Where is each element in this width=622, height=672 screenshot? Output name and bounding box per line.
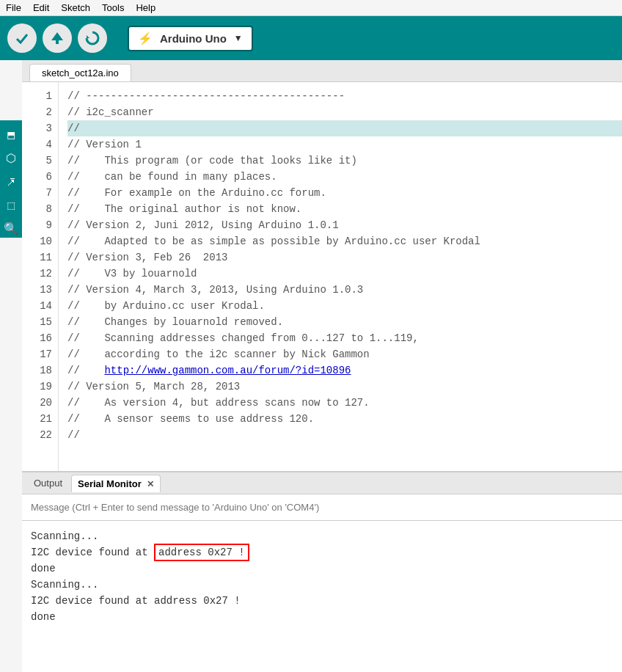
verify-button[interactable] bbox=[7, 23, 37, 53]
svg-rect-1 bbox=[56, 40, 59, 44]
code-line: // by Arduino.cc user Krodal. bbox=[67, 298, 622, 314]
menu-sketch[interactable]: Sketch bbox=[61, 2, 90, 13]
line-numbers: 12345678910111213141516171819202122 bbox=[22, 82, 59, 471]
code-line: // Version 5, March 28, 2013 bbox=[67, 379, 622, 395]
code-line: // according to the i2c scanner by Nick … bbox=[67, 346, 622, 362]
serial-line: Scanning... bbox=[31, 577, 613, 593]
code-line: // can be found in many places. bbox=[67, 169, 622, 185]
code-line: // i2c_scanner bbox=[67, 104, 622, 120]
code-line: // V3 by louarnold bbox=[67, 266, 622, 282]
code-line: // A sensor seems to use address 120. bbox=[67, 411, 622, 427]
code-line: // The original author is not know. bbox=[67, 201, 622, 217]
board-arrow-icon: ▼ bbox=[234, 33, 243, 43]
code-line: // Adapted to be as simple as possible b… bbox=[67, 233, 622, 249]
code-line: // For example on the Arduino.cc forum. bbox=[67, 185, 622, 201]
code-line: // Changes by louarnold removed. bbox=[67, 314, 622, 330]
bottom-panel: Output Serial Monitor ✕ Scanning...I2C d… bbox=[22, 471, 622, 672]
code-line: // Version 3, Feb 26 2013 bbox=[67, 249, 622, 266]
serial-close-button[interactable]: ✕ bbox=[147, 479, 154, 489]
serial-message-input[interactable] bbox=[22, 494, 622, 521]
serial-line: done bbox=[31, 609, 613, 625]
highlighted-address-1: address 0x27 ! bbox=[154, 544, 249, 561]
bottom-tabs: Output Serial Monitor ✕ bbox=[22, 472, 622, 494]
serial-line: done bbox=[31, 560, 613, 577]
code-line: // Scanning addresses changed from 0...1… bbox=[67, 330, 622, 346]
tab-bar: sketch_oct12a.ino bbox=[22, 60, 622, 82]
left-sidebar: ⬒ ⬡ ⭷ ⬚ 🔍 bbox=[0, 120, 22, 238]
board-name: Arduino Uno bbox=[160, 32, 227, 45]
sketch-button[interactable] bbox=[78, 23, 107, 53]
upload-button[interactable] bbox=[43, 23, 72, 53]
code-line: // bbox=[67, 427, 622, 443]
menu-edit[interactable]: Edit bbox=[33, 2, 49, 13]
sidebar-icon-3[interactable]: ⭷ bbox=[2, 173, 20, 191]
code-line: // -------------------------------------… bbox=[67, 88, 622, 104]
tab-serial-monitor[interactable]: Serial Monitor ✕ bbox=[71, 475, 161, 492]
code-line: // This program (or code that looks like… bbox=[67, 153, 622, 169]
usb-icon: ⚡ bbox=[138, 32, 153, 45]
serial-output: Scanning...I2C device found at address 0… bbox=[22, 521, 622, 672]
serial-line: I2C device found at address 0x27 ! bbox=[31, 544, 613, 560]
code-line: // http://www.gammon.com.au/forum/?id=10… bbox=[67, 362, 622, 379]
board-selector[interactable]: ⚡ Arduino Uno ▼ bbox=[128, 26, 253, 51]
file-tab[interactable]: sketch_oct12a.ino bbox=[29, 64, 131, 81]
toolbar: ⚡ Arduino Uno ▼ bbox=[0, 16, 622, 60]
code-content[interactable]: // -------------------------------------… bbox=[59, 82, 622, 471]
sidebar-icon-4[interactable]: ⬚ bbox=[2, 197, 20, 214]
menu-file[interactable]: File bbox=[6, 2, 21, 13]
tab-output[interactable]: Output bbox=[28, 475, 68, 492]
gammon-link[interactable]: http://www.gammon.com.au/forum/?id=10896 bbox=[104, 365, 351, 376]
code-line: // Version 2, Juni 2012, Using Arduino 1… bbox=[67, 217, 622, 233]
serial-line: I2C device found at address 0x27 ! bbox=[31, 593, 613, 609]
sidebar-icon-2[interactable]: ⬡ bbox=[2, 150, 20, 167]
code-line: // Version 4, March 3, 2013, Using Ardui… bbox=[67, 282, 622, 298]
code-line: // Version 1 bbox=[67, 136, 622, 153]
code-line: // As version 4, but address scans now t… bbox=[67, 395, 622, 411]
sidebar-icon-1[interactable]: ⬒ bbox=[2, 126, 20, 144]
menu-tools[interactable]: Tools bbox=[102, 2, 124, 13]
menu-bar: File Edit Sketch Tools Help bbox=[0, 0, 622, 16]
serial-monitor-label: Serial Monitor bbox=[78, 478, 142, 489]
serial-line: Scanning... bbox=[31, 528, 613, 544]
svg-marker-0 bbox=[51, 32, 63, 40]
code-line: // bbox=[67, 120, 622, 136]
sidebar-icon-5[interactable]: 🔍 bbox=[2, 220, 20, 238]
editor-area: 12345678910111213141516171819202122 // -… bbox=[22, 82, 622, 471]
menu-help[interactable]: Help bbox=[136, 2, 156, 13]
svg-marker-2 bbox=[87, 35, 89, 38]
